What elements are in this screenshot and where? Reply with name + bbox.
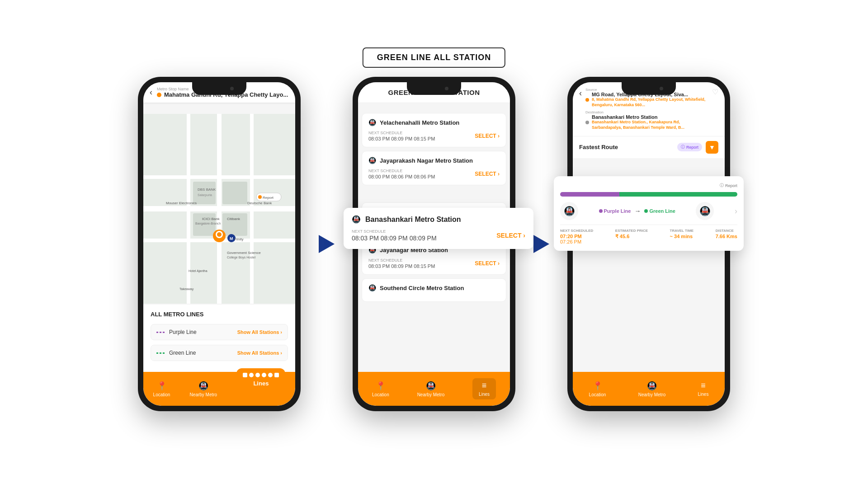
phone-1: ‹ Metro Stop Name Mahatma Gandhi Rd, Yel… (138, 77, 301, 411)
green-line-indicator (156, 352, 165, 354)
svg-point-24 (217, 232, 222, 237)
green-segment (619, 192, 737, 197)
metro-lines-title: ALL METRO LINES (151, 311, 288, 318)
route-card-report-badge[interactable]: ⓘ Report (720, 183, 737, 188)
back-button[interactable]: ‹ (150, 88, 152, 97)
distance-label: DISTANCE (716, 229, 737, 233)
route-metro-icon-left: 🚇 (560, 202, 578, 220)
select-btn-2[interactable]: SELECT › (475, 171, 500, 177)
popup-metro-icon: 🚇 (352, 215, 361, 224)
nav2-location[interactable]: 📍 Location (372, 381, 389, 397)
purple-line-name: Purple Line (156, 329, 197, 335)
route-arrow-icon: → (634, 207, 641, 215)
svg-text:Bangalore-Branch: Bangalore-Branch (195, 222, 221, 225)
schedule-times-2: 08:00 PM 08:06 PM 08:06 PM (368, 174, 435, 179)
svg-text:Trinity: Trinity (234, 237, 243, 241)
green-line-row[interactable]: Green Line Show All Stations › (151, 345, 288, 361)
schedule-label-5: NEXT SCHEDULE (368, 258, 435, 263)
station-card-2[interactable]: 🚇 Jayaprakash Nagar Metro Station NEXT S… (362, 151, 506, 185)
svg-text:M: M (230, 236, 233, 241)
svg-point-28 (258, 195, 262, 199)
schedule-times-5: 08:03 PM 08:09 PM 08:15 PM (368, 263, 435, 269)
favorite-btn[interactable]: ♡ (712, 88, 718, 96)
route-line-info: Purple Line → Green Line (599, 207, 675, 215)
nav-location-label: Location (153, 392, 170, 397)
report-info-icon: ⓘ (720, 183, 724, 188)
stat-next-scheduled: NEXT SCHEDULED 07:20 PM 07:26 PM (560, 229, 593, 244)
nav2-lines[interactable]: ≡ Lines (472, 378, 496, 399)
purple-line-row[interactable]: Purple Line Show All Stations › (151, 324, 288, 340)
schedule-label-1: NEXT SCHEDULE (368, 131, 435, 135)
nav-location[interactable]: 📍 Location (153, 381, 170, 397)
popup-station-name: 🚇 Banashankari Metro Station (352, 215, 525, 224)
svg-text:Salarpuria: Salarpuria (198, 193, 212, 197)
source-detail: 8, Mahatma Gandhi Rd, Yellappa Chetty La… (592, 97, 708, 108)
stat-distance: DISTANCE 7.66 Kms (716, 229, 737, 244)
fastest-route-bar: Fastest Route ⓘ Report ▼ (573, 136, 725, 158)
location-icon-3: 📍 (593, 381, 603, 391)
route-card-next-btn[interactable]: › (735, 206, 737, 216)
select-btn-1[interactable]: SELECT › (475, 133, 500, 139)
purple-line-show-all[interactable]: Show All Stations › (237, 329, 282, 335)
nav3-location[interactable]: 📍 Location (589, 381, 606, 397)
route-back-btn[interactable]: ‹ (579, 89, 582, 98)
schedule-label-2: NEXT SCHEDULE (368, 169, 435, 173)
lines-tab-active[interactable]: Lines (236, 368, 285, 392)
green-line-show-all[interactable]: Show All Stations › (237, 350, 282, 356)
station-name-6: 🚇 Southend Circle Metro Station (368, 284, 500, 291)
svg-text:Takeaway: Takeaway (179, 287, 194, 291)
svg-text:ICICI Bank: ICICI Bank (202, 217, 220, 221)
map-view: DBS BANK Salarpuria ICICI Bank Bangalore… (143, 114, 295, 304)
arrow-2 (533, 235, 549, 253)
purple-line-indicator (156, 332, 165, 333)
route-card-report-row: ⓘ Report (560, 183, 737, 188)
bottom-nav-3: 📍 Location 🚇 Nearby Metro ≡ Lines (573, 372, 725, 406)
popup-select-btn[interactable]: SELECT › (496, 232, 525, 239)
popup-times: 08:03 PM 08:09 PM 08:09 PM (352, 235, 437, 242)
next-scheduled-value-2: 07:26 PM (560, 239, 593, 244)
station-card-6[interactable]: 🚇 Southend Circle Metro Station (362, 278, 506, 302)
svg-text:College Boys Hostel: College Boys Hostel (227, 256, 255, 259)
station-card-1[interactable]: 🚇 Yelachenahalli Metro Station NEXT SCHE… (362, 113, 506, 147)
info-icon: ⓘ (681, 144, 685, 150)
nav-nearby-metro[interactable]: 🚇 Nearby Metro (190, 381, 217, 397)
select-btn-5[interactable]: SELECT › (475, 260, 500, 267)
station-popup: 🚇 Banashankari Metro Station NEXT SCHEDU… (344, 208, 533, 249)
nav2-nearby-label: Nearby Metro (417, 392, 445, 397)
schedule-times-1: 08:03 PM 08:09 PM 08:15 PM (368, 136, 435, 141)
estimated-price-value: ₹ 45.6 (615, 234, 648, 239)
metro-icon-nav3: 🚇 (647, 381, 657, 391)
lines-icon-2: ≡ (482, 381, 487, 390)
svg-text:Government Science: Government Science (227, 251, 261, 255)
nav3-location-label: Location (589, 392, 606, 397)
report-badge[interactable]: ⓘ Report (677, 143, 702, 151)
location-icon: 📍 (157, 381, 167, 391)
purple-line-tag: Purple Line (599, 208, 631, 214)
nav3-nearby[interactable]: 🚇 Nearby Metro (638, 381, 666, 397)
nav3-lines[interactable]: ≡ Lines (698, 381, 708, 397)
phone-3-wrapper: ‹ Source MG Road, Yellappa Chetty Layout… (567, 77, 730, 411)
filter-button[interactable]: ▼ (706, 141, 718, 154)
station-name-1: 🚇 Yelachenahalli Metro Station (368, 119, 500, 126)
stat-travel-time: TRAVEL TIME ~ 34 mins (670, 229, 694, 244)
next-scheduled-label: NEXT SCHEDULED (560, 229, 593, 233)
bottom-nav-2: 📍 Location 🚇 Nearby Metro ≡ Lines (358, 372, 510, 406)
metro-lines-section: ALL METRO LINES Purple Line Show All Sta… (143, 305, 295, 372)
arrow-1 (319, 235, 335, 253)
nav2-lines-label: Lines (479, 392, 490, 397)
route-card-popup: ⓘ Report 🚇 Purple Line → (554, 176, 744, 251)
nav2-location-label: Location (372, 392, 389, 397)
nav-nearby-label: Nearby Metro (190, 392, 217, 397)
metro-icon-2: 🚇 (368, 157, 376, 164)
svg-text:Deutsche Bank: Deutsche Bank (247, 201, 272, 205)
nav2-nearby[interactable]: 🚇 Nearby Metro (417, 381, 445, 397)
nav3-lines-label: Lines (698, 392, 708, 397)
metro-icon-1: 🚇 (368, 119, 376, 126)
metro-icon-nav: 🚇 (198, 381, 208, 391)
estimated-price-label: ESTIMATED PRICE (615, 229, 648, 233)
travel-time-label: TRAVEL TIME (670, 229, 694, 233)
dest-label: Destination (585, 110, 708, 114)
svg-text:Mouser Electronics: Mouser Electronics (166, 201, 197, 205)
travel-time-value: ~ 34 mins (670, 234, 694, 239)
bottom-nav-1: 📍 Location 🚇 Nearby Metro (143, 372, 295, 406)
